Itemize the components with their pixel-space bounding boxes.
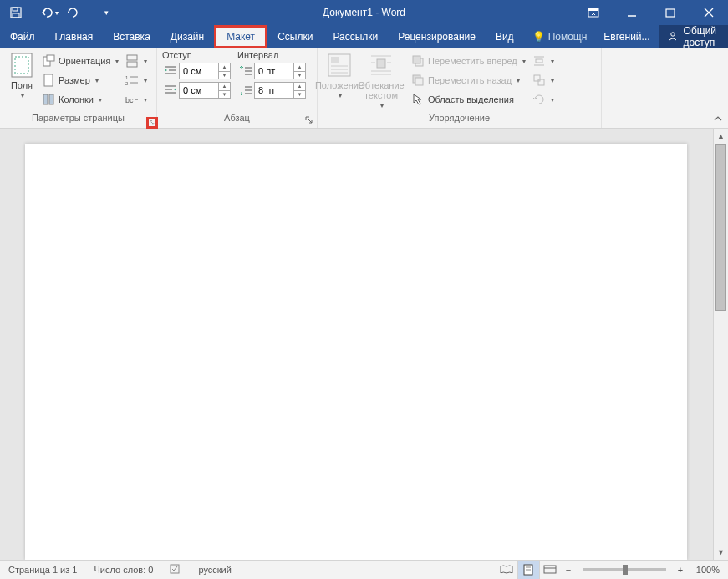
- scroll-up-button[interactable]: ▲: [714, 129, 728, 144]
- wrap-text-button: Обтекание текстом▾: [356, 52, 406, 113]
- svg-rect-43: [377, 59, 385, 68]
- scroll-track[interactable]: [714, 144, 728, 545]
- group-icon: [532, 74, 546, 87]
- scroll-thumb[interactable]: [715, 144, 726, 311]
- ribbon-tabs: Файл Главная Вставка Дизайн Макет Ссылки…: [0, 25, 728, 48]
- vertical-scrollbar[interactable]: ▲ ▼: [713, 129, 728, 560]
- minimize-button[interactable]: [613, 0, 651, 25]
- paragraph-dialog-launcher[interactable]: [303, 114, 315, 126]
- svg-text:2: 2: [125, 81, 129, 86]
- share-icon: [669, 31, 679, 43]
- size-icon: [42, 74, 55, 87]
- tab-references[interactable]: Ссылки: [267, 25, 323, 48]
- size-button[interactable]: Размер▾: [42, 71, 119, 89]
- document-title: Документ1 - Word: [323, 7, 405, 18]
- group-label-arrange: Упорядочение: [318, 113, 601, 128]
- svg-rect-56: [534, 75, 540, 81]
- tab-file[interactable]: Файл: [0, 25, 45, 48]
- hyphenation-icon: bc: [125, 93, 139, 106]
- svg-rect-14: [47, 55, 54, 61]
- send-backward-icon: [411, 74, 425, 87]
- group-arrange: Положение▾ Обтекание текстом▾ Переместит…: [318, 48, 602, 128]
- tab-layout[interactable]: Макет: [214, 25, 267, 48]
- undo-button[interactable]: ▾: [38, 2, 60, 23]
- rotate-icon: [532, 93, 546, 106]
- hyphenation-button[interactable]: bc▾: [125, 90, 147, 109]
- page-setup-dialog-launcher[interactable]: [146, 117, 158, 129]
- indent-left-spinner[interactable]: 0 см ▲▼: [162, 63, 231, 79]
- breaks-button[interactable]: ▾: [125, 52, 147, 70]
- ribbon-options-button[interactable]: [574, 0, 613, 25]
- space-before-spinner[interactable]: 0 пт ▲▼: [237, 63, 306, 79]
- maximize-button[interactable]: [651, 0, 690, 25]
- share-button[interactable]: Общий доступ: [659, 25, 728, 48]
- quick-access-toolbar: ▾ ▾: [0, 2, 117, 23]
- svg-rect-57: [538, 79, 544, 85]
- align-icon: [532, 54, 546, 68]
- tab-home[interactable]: Главная: [45, 25, 104, 48]
- tab-insert[interactable]: Вставка: [103, 25, 160, 48]
- space-before-icon: [237, 65, 254, 77]
- view-read-mode[interactable]: [496, 561, 517, 580]
- window-controls: [574, 0, 728, 25]
- view-web-layout[interactable]: [539, 561, 561, 580]
- selection-pane-icon: [411, 93, 425, 106]
- space-after-spinner[interactable]: 8 пт ▲▼: [237, 82, 306, 99]
- group-page-setup: Поля ▾ Ориентация▾ Размер▾ Колонки▾ ▾: [0, 48, 157, 128]
- zoom-in-button[interactable]: +: [673, 565, 688, 575]
- spell-check-icon: [170, 563, 181, 576]
- status-language[interactable]: русский: [190, 565, 239, 575]
- orientation-button[interactable]: Ориентация▾: [42, 52, 119, 70]
- rotate-button: ▾: [532, 90, 554, 109]
- chevron-down-icon: ▾: [21, 92, 24, 99]
- redo-button[interactable]: [62, 2, 84, 23]
- svg-text:bc: bc: [125, 96, 134, 104]
- svg-rect-62: [544, 566, 556, 573]
- collapse-ribbon-button[interactable]: [713, 114, 723, 126]
- zoom-out-button[interactable]: −: [561, 565, 576, 575]
- bring-forward-icon: [411, 54, 425, 68]
- indent-right-spinner[interactable]: 0 см ▲▼: [162, 82, 231, 99]
- close-button[interactable]: [690, 0, 728, 25]
- zoom-thumb[interactable]: [623, 565, 628, 575]
- columns-icon: [42, 93, 55, 106]
- svg-rect-16: [43, 94, 48, 104]
- breaks-icon: [125, 54, 139, 68]
- status-word-count[interactable]: Число слов: 0: [85, 565, 161, 575]
- user-account[interactable]: Евгений...: [595, 31, 658, 43]
- svg-rect-1: [13, 8, 18, 11]
- wrap-text-icon: [368, 52, 395, 79]
- space-after-icon: [237, 84, 254, 96]
- tab-review[interactable]: Рецензирование: [388, 25, 486, 48]
- indent-right-icon: [162, 84, 179, 96]
- document-page[interactable]: [25, 144, 687, 560]
- svg-rect-15: [44, 74, 53, 86]
- svg-rect-18: [127, 55, 137, 60]
- selection-pane-button[interactable]: Область выделения: [411, 90, 526, 109]
- line-numbers-button[interactable]: 12▾: [125, 71, 147, 89]
- ribbon: Поля ▾ Ориентация▾ Размер▾ Колонки▾ ▾: [0, 48, 728, 129]
- zoom-slider[interactable]: [583, 568, 666, 571]
- view-print-layout[interactable]: [517, 561, 539, 580]
- save-button[interactable]: [5, 2, 27, 23]
- tab-view[interactable]: Вид: [486, 25, 524, 48]
- zoom-level[interactable]: 100%: [688, 565, 728, 575]
- svg-text:1: 1: [125, 75, 129, 80]
- scroll-down-button[interactable]: ▼: [714, 545, 728, 560]
- title-bar: ▾ ▾ Документ1 - Word: [0, 0, 728, 25]
- tell-me-search[interactable]: 💡 Помощн: [524, 31, 596, 43]
- svg-rect-2: [13, 13, 19, 18]
- status-spell-check[interactable]: [161, 563, 190, 576]
- spacing-label: Интервал: [237, 50, 306, 60]
- send-backward-button: Переместить назад▾: [411, 71, 526, 89]
- svg-rect-7: [666, 9, 675, 17]
- group-label-page-setup: Параметры страницы: [0, 113, 156, 128]
- indent-label: Отступ: [162, 50, 231, 60]
- margins-button[interactable]: Поля ▾: [5, 52, 38, 113]
- columns-button[interactable]: Колонки▾: [42, 90, 119, 109]
- tab-design[interactable]: Дизайн: [160, 25, 214, 48]
- tab-mailings[interactable]: Рассылки: [323, 25, 388, 48]
- status-page[interactable]: Страница 1 из 1: [0, 565, 85, 575]
- svg-rect-54: [536, 59, 542, 63]
- qat-customize-button[interactable]: ▾: [95, 2, 117, 23]
